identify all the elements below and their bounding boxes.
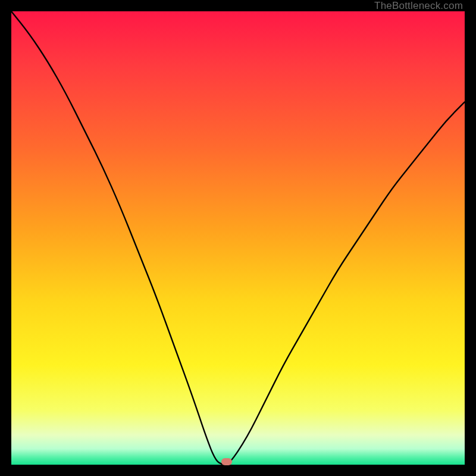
watermark-text: TheBottleneck.com	[374, 0, 463, 12]
chart-frame: TheBottleneck.com	[0, 0, 476, 476]
plot-area	[11, 11, 465, 465]
optimal-point-marker	[221, 458, 232, 465]
bottleneck-curve	[11, 11, 465, 465]
